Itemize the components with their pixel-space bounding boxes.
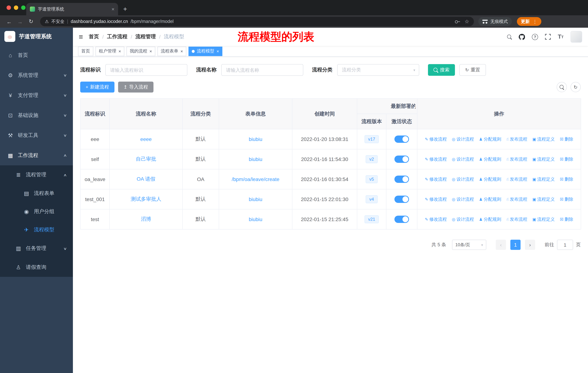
new-tab-button[interactable]: + [123, 6, 127, 12]
goto-page-input[interactable] [557, 240, 573, 250]
font-size-icon[interactable]: TT [558, 33, 564, 40]
import-process-button[interactable]: ↥ 导入流程 [118, 81, 153, 92]
model-name-link[interactable]: eeee [140, 136, 152, 142]
status-toggle[interactable] [394, 176, 409, 183]
sidebar-item-process-form[interactable]: ▤ 流程表单 [0, 184, 73, 202]
browser-menu-icon[interactable]: ⋮ [533, 19, 537, 24]
sidebar-item-task-manage[interactable]: ▥ 任务管理 ∨ [0, 239, 73, 258]
tag-home[interactable]: 首页 [78, 46, 93, 56]
form-link[interactable]: biubiu [249, 156, 262, 162]
next-page-button[interactable]: › [525, 240, 535, 250]
browser-tab[interactable]: 芋道管理系统 × [26, 3, 118, 15]
edit-process-action[interactable]: ✎修改流程 [425, 157, 447, 162]
delete-action[interactable]: ☒删除 [560, 137, 573, 142]
sidebar-logo[interactable]: 芋道管理系统 [0, 28, 73, 45]
window-minimize-button[interactable] [14, 5, 18, 10]
fullscreen-icon[interactable] [545, 34, 551, 40]
form-link[interactable]: biubiu [249, 136, 262, 142]
search-icon[interactable] [507, 34, 512, 39]
publish-process-action[interactable]: ☝发布流程 [506, 217, 527, 222]
sidebar-item-infrastructure[interactable]: ⊡ 基础设施 ∨ [0, 105, 73, 125]
reload-button[interactable]: ↻ [26, 18, 36, 25]
forward-button[interactable]: → [15, 18, 25, 25]
process-definition-action[interactable]: ▣流程定义 [532, 217, 555, 222]
sidebar-collapse-icon[interactable]: ≡ [79, 33, 83, 41]
design-process-action[interactable]: ◎设计流程 [452, 197, 474, 202]
breadcrumb-workflow[interactable]: 工作流程 [107, 33, 127, 40]
page-1-button[interactable]: 1 [510, 240, 521, 250]
assign-rule-action[interactable]: ♟分配规则 [479, 217, 501, 222]
edit-process-action[interactable]: ✎修改流程 [425, 137, 447, 142]
process-definition-action[interactable]: ▣流程定义 [532, 137, 555, 142]
model-name-link[interactable]: 自己审批 [136, 156, 156, 162]
status-toggle[interactable] [394, 196, 409, 203]
assign-rule-action[interactable]: ♟分配规则 [479, 157, 501, 162]
form-link[interactable]: /bpm/oa/leave/create [232, 176, 279, 182]
design-process-action[interactable]: ◎设计流程 [452, 217, 474, 222]
process-id-input[interactable] [105, 64, 187, 76]
sidebar-item-devtools[interactable]: ⚒ 研发工具 ∨ [0, 125, 73, 145]
design-process-action[interactable]: ◎设计流程 [452, 137, 474, 142]
design-process-action[interactable]: ◎设计流程 [452, 157, 474, 162]
model-name-link[interactable]: 滔博 [141, 216, 151, 222]
sidebar-item-process-model[interactable]: ✈ 流程模型 [0, 221, 73, 239]
publish-process-action[interactable]: ☝发布流程 [506, 177, 527, 182]
sidebar-item-workflow[interactable]: ▦ 工作流程 ∧ [0, 145, 73, 165]
tag-process-form[interactable]: 流程表单 × [158, 46, 186, 56]
assign-rule-action[interactable]: ♟分配规则 [479, 177, 501, 182]
refresh-table-button[interactable]: ↻ [570, 82, 581, 92]
publish-process-action[interactable]: ☝发布流程 [506, 137, 527, 142]
sidebar-item-leave-query[interactable]: ♙ 请假查询 [0, 258, 73, 277]
window-zoom-button[interactable] [21, 5, 26, 10]
form-link[interactable]: biubiu [249, 196, 262, 202]
tag-process-model[interactable]: 流程模型 × [189, 46, 222, 56]
assign-rule-action[interactable]: ♟分配规则 [479, 197, 501, 202]
design-process-action[interactable]: ◎设计流程 [452, 177, 474, 182]
process-definition-action[interactable]: ▣流程定义 [532, 177, 555, 182]
form-link[interactable]: biubiu [249, 216, 262, 222]
breadcrumb-home[interactable]: 首页 [89, 33, 99, 40]
category-select[interactable]: 流程分类 ▾ [337, 64, 419, 76]
close-icon[interactable]: × [149, 49, 152, 54]
publish-process-action[interactable]: ☝发布流程 [506, 197, 527, 202]
close-icon[interactable]: × [180, 49, 183, 54]
status-toggle[interactable] [394, 216, 409, 223]
sidebar-item-home[interactable]: ⌂ 首页 [0, 45, 73, 65]
edit-process-action[interactable]: ✎修改流程 [425, 197, 447, 202]
github-icon[interactable] [519, 34, 525, 40]
sidebar-item-process-manage[interactable]: ≣ 流程管理 ∧ [0, 165, 73, 184]
reset-button[interactable]: ↻ 重置 [459, 64, 486, 76]
sidebar-item-user-group[interactable]: ◉ 用户分组 [0, 202, 73, 221]
show-search-button[interactable] [557, 82, 567, 92]
user-avatar[interactable] [570, 31, 582, 43]
close-icon[interactable]: × [217, 49, 219, 54]
delete-action[interactable]: ☒删除 [560, 157, 573, 162]
close-icon[interactable]: × [118, 49, 121, 54]
search-button[interactable]: 搜索 [428, 64, 455, 76]
browser-update-button[interactable]: 更新 ⋮ [517, 17, 541, 26]
model-name-link[interactable]: 测试多审批人 [131, 196, 161, 202]
process-definition-action[interactable]: ▣流程定义 [532, 197, 555, 202]
delete-action[interactable]: ☒删除 [560, 177, 573, 182]
status-toggle[interactable] [394, 156, 409, 163]
tab-close-icon[interactable]: × [112, 7, 115, 12]
delete-action[interactable]: ☒删除 [560, 217, 573, 222]
sidebar-item-payment[interactable]: ¥ 支付管理 ∨ [0, 85, 73, 105]
window-close-button[interactable] [7, 5, 11, 10]
publish-process-action[interactable]: ☝发布流程 [506, 157, 527, 162]
help-icon[interactable]: ? [532, 34, 538, 40]
address-bar[interactable]: ⚠ 不安全 | dashboard.yudao.iocoder.cn/bpm/m… [40, 17, 474, 26]
create-process-button[interactable]: + 新建流程 [80, 81, 115, 92]
page-size-select[interactable]: 10条/页 ▾ [452, 240, 486, 250]
delete-action[interactable]: ☒删除 [560, 197, 573, 202]
process-name-input[interactable] [221, 64, 303, 76]
bookmark-star-icon[interactable]: ☆ [465, 19, 469, 24]
prev-page-button[interactable]: ‹ [496, 240, 506, 250]
breadcrumb-process-manage[interactable]: 流程管理 [136, 33, 156, 40]
edit-process-action[interactable]: ✎修改流程 [425, 217, 447, 222]
edit-process-action[interactable]: ✎修改流程 [425, 177, 447, 182]
password-key-icon[interactable] [455, 19, 460, 24]
assign-rule-action[interactable]: ♟分配规则 [479, 137, 501, 142]
model-name-link[interactable]: OA 请假 [137, 176, 156, 182]
status-toggle[interactable] [394, 135, 409, 143]
